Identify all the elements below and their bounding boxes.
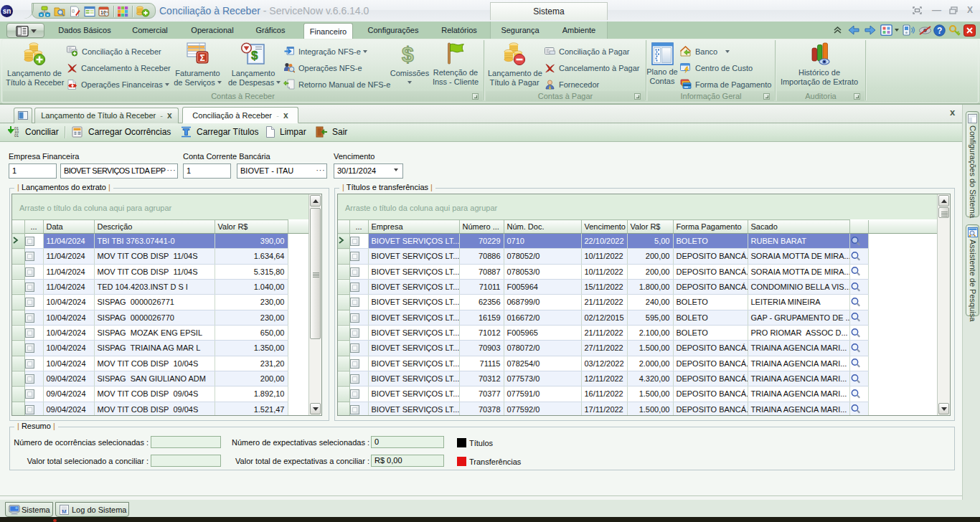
svg-text:?: ? (937, 26, 942, 36)
svg-text:01: 01 (14, 133, 19, 138)
svg-text:{}: {} (72, 9, 75, 13)
svg-text:$: $ (251, 49, 258, 62)
svg-text:$: $ (402, 42, 414, 65)
svg-text:M: M (62, 508, 67, 515)
svg-text:Σ: Σ (199, 53, 204, 63)
